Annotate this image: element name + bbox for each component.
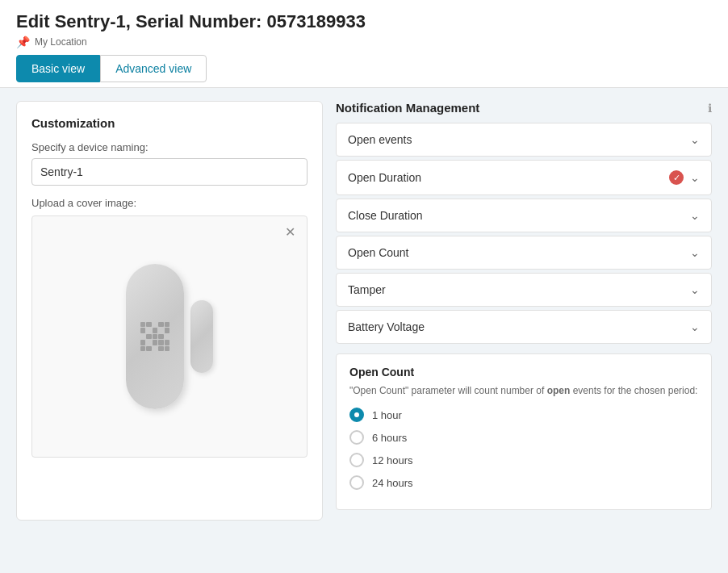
qr-cell xyxy=(153,334,157,339)
device-name-input[interactable] xyxy=(31,158,308,186)
open-count-section-title: Open Count xyxy=(349,366,698,379)
tab-advanced[interactable]: Advanced view xyxy=(100,55,207,82)
radio-24h[interactable]: 24 hours xyxy=(349,475,698,490)
location-icon: 📌 xyxy=(16,36,30,48)
radio-label-1h: 1 hour xyxy=(372,409,402,421)
radio-circle-6h xyxy=(349,430,364,445)
accordion-open-events: Open events ⌄ xyxy=(336,123,712,157)
qr-cell xyxy=(153,340,157,345)
qr-cell xyxy=(165,346,169,351)
radio-circle-12h xyxy=(349,453,364,467)
accordion-open-events-right: ⌄ xyxy=(690,133,700,146)
qr-cell xyxy=(153,322,157,327)
qr-cell xyxy=(165,322,169,327)
accordion-tamper-label: Tamper xyxy=(348,283,386,296)
open-count-description: "Open Count" parameter will count number… xyxy=(349,383,698,398)
open-count-section: Open Count "Open Count" parameter will c… xyxy=(336,353,712,510)
chevron-down-icon: ⌄ xyxy=(690,133,700,146)
accordion-open-duration-label: Open Duration xyxy=(348,171,421,184)
accordion-open-duration-header[interactable]: Open Duration ✓ ⌄ xyxy=(337,161,711,194)
qr-cell xyxy=(158,322,163,327)
radio-circle-24h xyxy=(349,475,364,490)
qr-cell xyxy=(158,328,163,333)
breadcrumb-text: My Location xyxy=(35,36,87,48)
qr-cell xyxy=(146,346,151,351)
accordion-open-count-right: ⌄ xyxy=(690,246,700,259)
accordion-battery-voltage-label: Battery Voltage xyxy=(348,320,425,333)
right-panel: Notification Management ℹ Open events ⌄ … xyxy=(336,101,712,521)
chevron-down-icon: ⌄ xyxy=(690,246,700,259)
qr-cell xyxy=(140,334,145,339)
cover-image-container: ✕ xyxy=(31,215,308,458)
main-content: Customization Specify a device naming: U… xyxy=(0,88,728,533)
customization-title: Customization xyxy=(31,116,308,130)
radio-label-6h: 6 hours xyxy=(372,432,407,444)
accordion-battery-voltage-right: ⌄ xyxy=(690,320,700,333)
qr-cell xyxy=(158,340,163,345)
accordion-open-events-header[interactable]: Open events ⌄ xyxy=(337,123,711,156)
notification-header: Notification Management ℹ xyxy=(336,101,712,115)
radio-label-24h: 24 hours xyxy=(372,477,413,489)
accordion-open-count-header[interactable]: Open Count ⌄ xyxy=(337,236,711,269)
radio-1h[interactable]: 1 hour xyxy=(349,408,698,422)
accordion-tamper: Tamper ⌄ xyxy=(336,273,712,307)
qr-cell xyxy=(165,334,169,339)
check-icon: ✓ xyxy=(669,170,684,185)
device-image xyxy=(110,248,229,425)
device-name-label: Specify a device naming: xyxy=(31,141,308,153)
notification-title: Notification Management xyxy=(336,101,479,115)
info-icon[interactable]: ℹ xyxy=(708,102,712,115)
accordion-open-events-label: Open events xyxy=(348,133,412,146)
radio-12h[interactable]: 12 hours xyxy=(349,453,698,467)
radio-circle-1h xyxy=(349,408,364,422)
qr-cell xyxy=(140,328,145,333)
accordion-close-duration-label: Close Duration xyxy=(348,209,423,222)
chevron-down-icon: ⌄ xyxy=(690,320,700,333)
open-count-desc-bold: open xyxy=(547,385,571,396)
tab-basic[interactable]: Basic view xyxy=(16,55,100,82)
open-count-desc-suffix: events for the chosen period: xyxy=(570,385,697,396)
accordion-open-count: Open Count ⌄ xyxy=(336,236,712,270)
qr-cell xyxy=(146,328,151,333)
upload-label: Upload a cover image: xyxy=(31,197,308,209)
qr-cell xyxy=(146,334,151,339)
qr-cell xyxy=(158,334,163,339)
qr-cell xyxy=(140,346,145,351)
accordion-close-duration: Close Duration ⌄ xyxy=(336,199,712,232)
qr-cell xyxy=(165,340,169,345)
radio-6h[interactable]: 6 hours xyxy=(349,430,698,445)
accordion-close-duration-header[interactable]: Close Duration ⌄ xyxy=(337,199,711,232)
open-count-desc-prefix: "Open Count" parameter will count number… xyxy=(349,385,547,396)
accordion-tamper-header[interactable]: Tamper ⌄ xyxy=(337,274,711,306)
chevron-down-icon: ⌄ xyxy=(690,171,700,184)
close-image-button[interactable]: ✕ xyxy=(280,223,300,241)
qr-cell xyxy=(158,346,163,351)
page-header: Edit Sentry-1, Serial Number: 0573189933… xyxy=(0,0,728,88)
qr-cell xyxy=(140,322,145,327)
qr-cell xyxy=(153,346,157,351)
chevron-down-icon: ⌄ xyxy=(690,283,700,296)
left-panel: Customization Specify a device naming: U… xyxy=(16,101,323,521)
qr-cell xyxy=(165,328,169,333)
accordion-open-count-label: Open Count xyxy=(348,246,409,259)
qr-cell xyxy=(153,328,157,333)
sensor-small-body xyxy=(190,300,213,373)
accordion-open-duration: Open Duration ✓ ⌄ xyxy=(336,160,712,195)
qr-cell xyxy=(146,322,151,327)
chevron-down-icon: ⌄ xyxy=(690,209,700,222)
breadcrumb: 📌 My Location xyxy=(16,36,712,48)
accordion-close-duration-right: ⌄ xyxy=(690,209,700,222)
tabs-bar: Basic view Advanced view xyxy=(16,55,712,82)
radio-label-12h: 12 hours xyxy=(372,454,413,466)
accordion-battery-voltage: Battery Voltage ⌄ xyxy=(336,310,712,344)
accordion-open-duration-right: ✓ ⌄ xyxy=(669,170,700,185)
sensor-main-body xyxy=(126,264,184,409)
accordion-tamper-right: ⌄ xyxy=(690,283,700,296)
qr-cell xyxy=(146,340,151,345)
accordion-battery-voltage-header[interactable]: Battery Voltage ⌄ xyxy=(337,311,711,343)
qr-code xyxy=(140,322,169,351)
page-title: Edit Sentry-1, Serial Number: 0573189933 xyxy=(16,11,712,32)
qr-cell xyxy=(140,340,145,345)
